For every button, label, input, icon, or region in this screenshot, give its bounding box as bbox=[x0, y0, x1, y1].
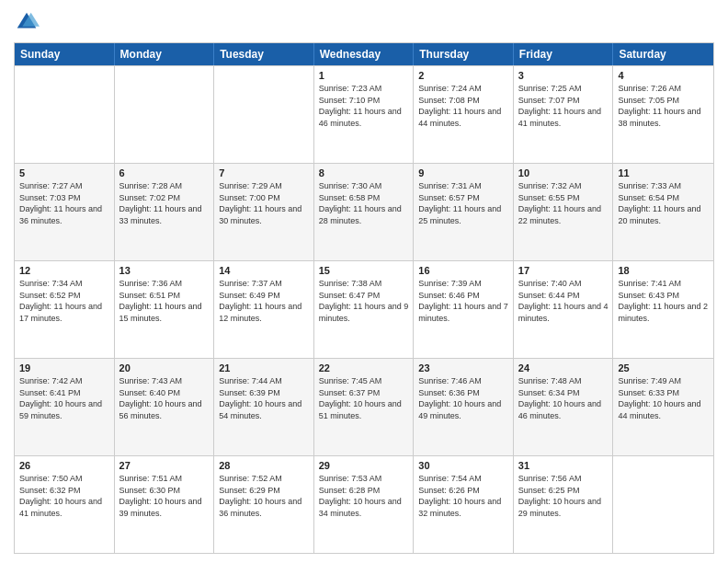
calendar-day-10: 10Sunrise: 7:32 AM Sunset: 6:55 PM Dayli… bbox=[514, 164, 614, 260]
calendar-day-8: 8Sunrise: 7:30 AM Sunset: 6:58 PM Daylig… bbox=[314, 164, 415, 260]
header-day-sunday: Sunday bbox=[15, 43, 115, 65]
day-number: 18 bbox=[618, 265, 709, 276]
calendar-day-23: 23Sunrise: 7:46 AM Sunset: 6:36 PM Dayli… bbox=[414, 359, 514, 455]
calendar-day-5: 5Sunrise: 7:27 AM Sunset: 7:03 PM Daylig… bbox=[15, 164, 115, 260]
calendar-day-2: 2Sunrise: 7:24 AM Sunset: 7:08 PM Daylig… bbox=[414, 66, 514, 163]
day-info: Sunrise: 7:34 AM Sunset: 6:52 PM Dayligh… bbox=[19, 278, 109, 324]
day-info: Sunrise: 7:23 AM Sunset: 7:10 PM Dayligh… bbox=[319, 83, 409, 129]
day-number: 6 bbox=[119, 167, 210, 178]
day-info: Sunrise: 7:41 AM Sunset: 6:43 PM Dayligh… bbox=[618, 278, 709, 324]
day-number: 3 bbox=[518, 70, 609, 81]
day-info: Sunrise: 7:54 AM Sunset: 6:26 PM Dayligh… bbox=[418, 473, 508, 519]
calendar-day-3: 3Sunrise: 7:25 AM Sunset: 7:07 PM Daylig… bbox=[514, 66, 614, 163]
day-number: 19 bbox=[19, 362, 109, 373]
day-info: Sunrise: 7:37 AM Sunset: 6:49 PM Dayligh… bbox=[219, 278, 309, 324]
calendar-week-5: 26Sunrise: 7:50 AM Sunset: 6:32 PM Dayli… bbox=[15, 455, 713, 553]
day-number: 14 bbox=[219, 265, 309, 276]
day-info: Sunrise: 7:46 AM Sunset: 6:36 PM Dayligh… bbox=[418, 375, 508, 421]
calendar-day-11: 11Sunrise: 7:33 AM Sunset: 6:54 PM Dayli… bbox=[613, 164, 713, 260]
calendar-day-18: 18Sunrise: 7:41 AM Sunset: 6:43 PM Dayli… bbox=[613, 261, 713, 358]
day-number: 24 bbox=[518, 362, 609, 373]
calendar-day-29: 29Sunrise: 7:53 AM Sunset: 6:28 PM Dayli… bbox=[314, 456, 415, 553]
day-number: 2 bbox=[418, 70, 508, 81]
day-number: 12 bbox=[19, 265, 109, 276]
day-number: 28 bbox=[219, 460, 309, 471]
day-info: Sunrise: 7:40 AM Sunset: 6:44 PM Dayligh… bbox=[518, 278, 609, 324]
day-info: Sunrise: 7:30 AM Sunset: 6:58 PM Dayligh… bbox=[319, 180, 409, 226]
calendar-day-16: 16Sunrise: 7:39 AM Sunset: 6:46 PM Dayli… bbox=[414, 261, 514, 358]
day-info: Sunrise: 7:26 AM Sunset: 7:05 PM Dayligh… bbox=[618, 83, 709, 129]
calendar-day-13: 13Sunrise: 7:36 AM Sunset: 6:51 PM Dayli… bbox=[115, 261, 215, 358]
day-info: Sunrise: 7:25 AM Sunset: 7:07 PM Dayligh… bbox=[518, 83, 609, 129]
calendar-day-14: 14Sunrise: 7:37 AM Sunset: 6:49 PM Dayli… bbox=[214, 261, 314, 358]
day-number: 31 bbox=[518, 460, 609, 471]
calendar-day-31: 31Sunrise: 7:56 AM Sunset: 6:25 PM Dayli… bbox=[514, 456, 614, 553]
calendar-week-4: 19Sunrise: 7:42 AM Sunset: 6:41 PM Dayli… bbox=[15, 358, 713, 455]
calendar-day-21: 21Sunrise: 7:44 AM Sunset: 6:39 PM Dayli… bbox=[214, 359, 314, 455]
header-day-friday: Friday bbox=[514, 43, 614, 65]
day-info: Sunrise: 7:33 AM Sunset: 6:54 PM Dayligh… bbox=[618, 180, 709, 226]
day-info: Sunrise: 7:52 AM Sunset: 6:29 PM Dayligh… bbox=[219, 473, 309, 519]
day-number: 23 bbox=[418, 362, 508, 373]
day-info: Sunrise: 7:43 AM Sunset: 6:40 PM Dayligh… bbox=[119, 375, 210, 421]
day-info: Sunrise: 7:31 AM Sunset: 6:57 PM Dayligh… bbox=[418, 180, 508, 226]
logo-icon bbox=[14, 9, 40, 35]
day-number: 29 bbox=[319, 460, 409, 471]
day-info: Sunrise: 7:39 AM Sunset: 6:46 PM Dayligh… bbox=[418, 278, 508, 324]
day-info: Sunrise: 7:45 AM Sunset: 6:37 PM Dayligh… bbox=[319, 375, 409, 421]
day-number: 16 bbox=[418, 265, 508, 276]
day-number: 9 bbox=[418, 167, 508, 178]
calendar-day-19: 19Sunrise: 7:42 AM Sunset: 6:41 PM Dayli… bbox=[15, 359, 115, 455]
header-day-wednesday: Wednesday bbox=[314, 43, 415, 65]
calendar-day-24: 24Sunrise: 7:48 AM Sunset: 6:34 PM Dayli… bbox=[514, 359, 614, 455]
day-info: Sunrise: 7:38 AM Sunset: 6:47 PM Dayligh… bbox=[319, 278, 409, 324]
day-number: 25 bbox=[618, 362, 709, 373]
calendar-day-12: 12Sunrise: 7:34 AM Sunset: 6:52 PM Dayli… bbox=[15, 261, 115, 358]
day-info: Sunrise: 7:48 AM Sunset: 6:34 PM Dayligh… bbox=[518, 375, 609, 421]
day-number: 26 bbox=[19, 460, 109, 471]
calendar-empty-cell bbox=[613, 456, 713, 553]
calendar-header: SundayMondayTuesdayWednesdayThursdayFrid… bbox=[15, 43, 713, 65]
day-number: 22 bbox=[319, 362, 409, 373]
header-day-thursday: Thursday bbox=[414, 43, 514, 65]
day-number: 5 bbox=[19, 167, 109, 178]
day-number: 27 bbox=[119, 460, 210, 471]
calendar-day-15: 15Sunrise: 7:38 AM Sunset: 6:47 PM Dayli… bbox=[314, 261, 415, 358]
day-info: Sunrise: 7:32 AM Sunset: 6:55 PM Dayligh… bbox=[518, 180, 609, 226]
calendar-day-7: 7Sunrise: 7:29 AM Sunset: 7:00 PM Daylig… bbox=[214, 164, 314, 260]
day-number: 17 bbox=[518, 265, 609, 276]
calendar-day-26: 26Sunrise: 7:50 AM Sunset: 6:32 PM Dayli… bbox=[15, 456, 115, 553]
day-number: 21 bbox=[219, 362, 309, 373]
logo bbox=[14, 9, 43, 35]
calendar-day-1: 1Sunrise: 7:23 AM Sunset: 7:10 PM Daylig… bbox=[314, 66, 415, 163]
calendar-day-6: 6Sunrise: 7:28 AM Sunset: 7:02 PM Daylig… bbox=[115, 164, 215, 260]
calendar-day-27: 27Sunrise: 7:51 AM Sunset: 6:30 PM Dayli… bbox=[115, 456, 215, 553]
day-info: Sunrise: 7:24 AM Sunset: 7:08 PM Dayligh… bbox=[418, 83, 508, 129]
day-number: 30 bbox=[418, 460, 508, 471]
day-info: Sunrise: 7:51 AM Sunset: 6:30 PM Dayligh… bbox=[119, 473, 210, 519]
day-info: Sunrise: 7:27 AM Sunset: 7:03 PM Dayligh… bbox=[19, 180, 109, 226]
day-number: 13 bbox=[119, 265, 210, 276]
calendar-day-20: 20Sunrise: 7:43 AM Sunset: 6:40 PM Dayli… bbox=[115, 359, 215, 455]
day-info: Sunrise: 7:44 AM Sunset: 6:39 PM Dayligh… bbox=[219, 375, 309, 421]
day-number: 4 bbox=[618, 70, 709, 81]
day-info: Sunrise: 7:49 AM Sunset: 6:33 PM Dayligh… bbox=[618, 375, 709, 421]
calendar-day-28: 28Sunrise: 7:52 AM Sunset: 6:29 PM Dayli… bbox=[214, 456, 314, 553]
calendar-week-3: 12Sunrise: 7:34 AM Sunset: 6:52 PM Dayli… bbox=[15, 260, 713, 358]
day-number: 20 bbox=[119, 362, 210, 373]
calendar-empty-cell bbox=[214, 66, 314, 163]
day-number: 10 bbox=[518, 167, 609, 178]
main-container: SundayMondayTuesdayWednesdayThursdayFrid… bbox=[0, 0, 728, 563]
calendar-day-22: 22Sunrise: 7:45 AM Sunset: 6:37 PM Dayli… bbox=[314, 359, 415, 455]
day-number: 8 bbox=[319, 167, 409, 178]
day-number: 11 bbox=[618, 167, 709, 178]
calendar-day-30: 30Sunrise: 7:54 AM Sunset: 6:26 PM Dayli… bbox=[414, 456, 514, 553]
page-header bbox=[14, 9, 714, 35]
calendar-empty-cell bbox=[115, 66, 215, 163]
header-day-tuesday: Tuesday bbox=[214, 43, 314, 65]
calendar-empty-cell bbox=[15, 66, 115, 163]
day-info: Sunrise: 7:29 AM Sunset: 7:00 PM Dayligh… bbox=[219, 180, 309, 226]
day-number: 7 bbox=[219, 167, 309, 178]
day-info: Sunrise: 7:50 AM Sunset: 6:32 PM Dayligh… bbox=[19, 473, 109, 519]
calendar-body: 1Sunrise: 7:23 AM Sunset: 7:10 PM Daylig… bbox=[15, 65, 713, 553]
